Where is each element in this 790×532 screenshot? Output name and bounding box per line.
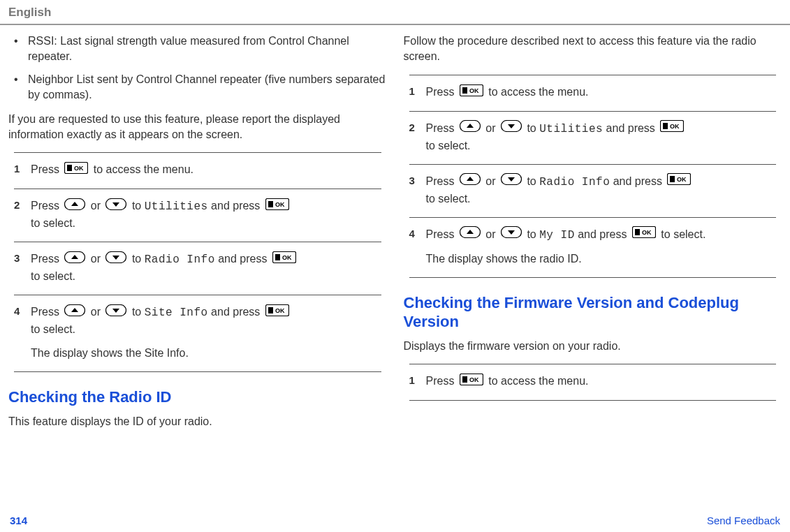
ok-button-icon: OK xyxy=(632,226,656,243)
svg-text:OK: OK xyxy=(282,254,292,261)
step-body: Press or to Radio Info and press OK to s… xyxy=(426,173,777,207)
step-result: The display shows the Site Info. xyxy=(31,345,381,362)
step-number: 1 xyxy=(409,373,426,390)
svg-rect-39 xyxy=(670,176,675,182)
step-body: Press OK to access the menu. xyxy=(31,161,381,179)
ok-button-icon: OK xyxy=(660,120,684,137)
svg-text:OK: OK xyxy=(642,229,652,236)
step-body: Press or to My ID and press OK to select… xyxy=(426,226,777,267)
language-label: English xyxy=(8,6,51,19)
step-number: 3 xyxy=(14,251,31,285)
menu-name: Radio Info xyxy=(539,176,610,189)
svg-text:OK: OK xyxy=(670,123,680,130)
svg-rect-22 xyxy=(268,307,273,313)
svg-text:OK: OK xyxy=(74,165,84,172)
step-item: 1 Press OK to access the menu. xyxy=(409,364,777,401)
step-body: Press or to Utilities and press OK to se… xyxy=(426,120,777,154)
up-button-icon xyxy=(64,251,85,268)
section-desc: Displays the firmware version on your ra… xyxy=(404,339,782,354)
step-item: 2 Press or to Utilities and press OK to … xyxy=(409,111,777,164)
step-item: 4 Press or to My ID and press OK to sele… xyxy=(409,217,777,278)
step-item: 1 Press OK to access the menu. xyxy=(14,152,381,189)
page-header: English xyxy=(0,0,790,25)
intro-paragraph: If you are requested to use this feature… xyxy=(8,112,387,143)
step-text: or xyxy=(91,306,104,318)
send-feedback-link[interactable]: Send Feedback xyxy=(707,515,780,526)
step-text: to select. xyxy=(426,191,777,207)
svg-text:OK: OK xyxy=(469,87,479,94)
step-text: to select. xyxy=(661,228,705,240)
step-text: Press xyxy=(426,375,458,387)
down-button-icon xyxy=(105,251,126,268)
step-text: and press xyxy=(578,228,630,240)
step-number: 3 xyxy=(409,173,426,207)
step-text: to xyxy=(527,228,539,240)
ok-button-icon: OK xyxy=(64,162,88,179)
down-button-icon xyxy=(501,173,522,190)
step-number: 1 xyxy=(409,84,426,101)
step-text: or xyxy=(91,200,104,212)
list-item: RSSI: Last signal strength value measure… xyxy=(8,34,387,65)
down-button-icon xyxy=(105,304,126,321)
section-heading-radio-id: Checking the Radio ID xyxy=(8,387,387,407)
ok-button-icon: OK xyxy=(272,251,296,268)
step-text: and press xyxy=(613,175,666,187)
step-text: to xyxy=(132,253,145,265)
svg-text:OK: OK xyxy=(469,376,479,383)
step-text: Press xyxy=(31,163,62,175)
steps-list: 1 Press OK to access the menu. xyxy=(409,364,777,401)
ok-button-icon: OK xyxy=(265,304,289,321)
step-text: and press xyxy=(218,253,270,265)
svg-text:OK: OK xyxy=(275,201,285,208)
step-body: Press or to Radio Info and press OK to s… xyxy=(31,251,381,285)
svg-rect-1 xyxy=(67,165,72,171)
svg-rect-25 xyxy=(462,87,467,94)
step-text: to xyxy=(527,122,539,134)
menu-name: Utilities xyxy=(539,123,603,135)
step-text: to select. xyxy=(31,321,381,338)
left-column: RSSI: Last signal strength value measure… xyxy=(8,34,387,439)
down-button-icon xyxy=(501,226,522,243)
menu-name: Radio Info xyxy=(145,253,215,266)
step-item: 2 Press or to Utilities and press OK to … xyxy=(14,189,381,242)
step-text: Press xyxy=(31,253,62,265)
step-text: to access the menu. xyxy=(488,375,588,387)
step-text: Press xyxy=(426,86,458,98)
step-text: or xyxy=(485,175,499,187)
page-footer: 314 Send Feedback xyxy=(0,515,790,526)
menu-name: My ID xyxy=(539,229,575,242)
step-item: 4 Press or to Site Info and press OK to … xyxy=(14,295,381,372)
step-text: to select. xyxy=(31,215,381,232)
svg-text:OK: OK xyxy=(677,176,687,183)
step-text: to xyxy=(527,175,539,187)
step-body: Press or to Utilities and press OK to se… xyxy=(31,198,381,232)
step-body: Press OK to access the menu. xyxy=(426,84,777,101)
step-text: and press xyxy=(211,200,263,212)
list-item: Neighbor List sent by Control Channel re… xyxy=(8,72,387,103)
step-text: to access the menu. xyxy=(94,163,193,175)
down-button-icon xyxy=(501,120,522,137)
svg-rect-15 xyxy=(275,254,280,260)
step-number: 4 xyxy=(409,226,426,267)
svg-rect-8 xyxy=(268,201,273,207)
step-item: 3 Press or to Radio Info and press OK to… xyxy=(14,242,381,295)
step-text: to select. xyxy=(426,138,777,154)
step-body: Press OK to access the menu. xyxy=(426,373,777,390)
menu-name: Utilities xyxy=(145,200,208,213)
step-number: 2 xyxy=(14,198,31,232)
content-area: RSSI: Last signal strength value measure… xyxy=(0,25,790,448)
step-item: 3 Press or to Radio Info and press OK to… xyxy=(409,164,777,217)
step-text: Press xyxy=(31,200,62,212)
section-heading-firmware: Checking the Firmware Version and Codepl… xyxy=(404,293,782,332)
up-button-icon xyxy=(64,304,85,321)
up-button-icon xyxy=(64,198,85,215)
steps-list: 1 Press OK to access the menu. 2 Press o… xyxy=(14,152,381,372)
step-text: to access the menu. xyxy=(488,86,588,98)
step-body: Press or to Site Info and press OK to se… xyxy=(31,304,381,362)
step-text: or xyxy=(485,228,499,240)
right-column: Follow the procedure described next to a… xyxy=(404,34,782,439)
step-text: Press xyxy=(426,175,458,187)
step-number: 4 xyxy=(14,304,31,362)
up-button-icon xyxy=(460,173,481,190)
ok-button-icon: OK xyxy=(460,84,483,101)
